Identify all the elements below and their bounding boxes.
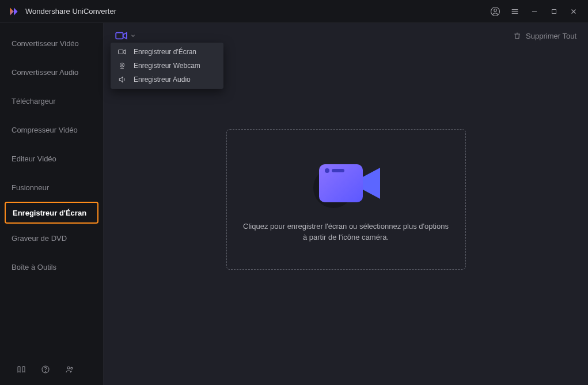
titlebar: Wondershare UniConverter	[0, 0, 588, 23]
record-dropzone[interactable]: Cliquez pour enregistrer l'écran ou séle…	[226, 129, 466, 270]
sidebar-item-label: Enregistreur d'Écran	[13, 209, 86, 217]
sidebar-item-toolbox[interactable]: Boîte à Outils	[0, 252, 103, 281]
dropzone-hint: Cliquez pour enregistrer l'écran ou séle…	[242, 221, 450, 243]
svg-point-15	[325, 168, 329, 173]
menu-icon[interactable]	[505, 2, 525, 21]
sidebar-nav: Convertisseur Vidéo Convertisseur Audio …	[0, 29, 103, 364]
sidebar-item-label: Convertisseur Vidéo	[12, 39, 79, 48]
app-logo	[8, 6, 20, 17]
sidebar-item-screen-recorder[interactable]: Enregistreur d'Écran	[5, 202, 98, 224]
dropdown-item-label: Enregistreur Audio	[134, 76, 191, 84]
sidebar-item-label: Boîte à Outils	[12, 263, 56, 271]
sidebar-item-label: Compresseur Vidéo	[12, 126, 78, 134]
sidebar-item-label: Editeur Vidéo	[12, 154, 56, 163]
clear-all-button[interactable]: Supprimer Tout	[513, 32, 576, 40]
sidebar-item-video-editor[interactable]: Editeur Vidéo	[0, 144, 103, 173]
sidebar: Convertisseur Vidéo Convertisseur Audio …	[0, 23, 104, 385]
sidebar-item-merger[interactable]: Fusionneur	[0, 173, 103, 202]
sidebar-item-label: Convertisseur Audio	[12, 68, 78, 77]
svg-rect-17	[119, 50, 123, 54]
svg-point-10	[45, 371, 46, 372]
svg-rect-13	[116, 33, 123, 39]
sidebar-footer	[0, 364, 103, 385]
svg-rect-6	[552, 9, 556, 13]
svg-point-11	[67, 367, 70, 369]
sidebar-item-label: Graveur de DVD	[12, 234, 67, 243]
dropdown-item-label: Enregistreur Webcam	[134, 62, 200, 70]
clear-all-label: Supprimer Tout	[526, 32, 576, 40]
minimize-button[interactable]	[525, 2, 544, 21]
audio-icon	[117, 76, 127, 84]
sidebar-item-video-converter[interactable]: Convertisseur Vidéo	[0, 29, 103, 58]
dropdown-item-label: Enregistreur d'Écran	[134, 48, 196, 56]
sidebar-item-audio-converter[interactable]: Convertisseur Audio	[0, 58, 103, 86]
webcam-icon	[117, 62, 127, 70]
maximize-button[interactable]	[544, 2, 564, 21]
trash-icon	[513, 32, 521, 40]
dropdown-item-screen-recorder[interactable]: Enregistreur d'Écran	[111, 45, 223, 59]
account-icon[interactable]	[485, 2, 505, 21]
sidebar-item-downloader[interactable]: Téléchargeur	[0, 86, 103, 115]
feedback-icon[interactable]	[65, 364, 75, 375]
svg-rect-16	[332, 169, 344, 172]
svg-point-1	[494, 9, 497, 12]
close-button[interactable]	[564, 2, 583, 21]
camera-icon	[117, 48, 127, 55]
recorder-type-dropdown: Enregistreur d'Écran Enregistreur Webcam…	[111, 43, 223, 89]
sidebar-item-label: Fusionneur	[12, 183, 49, 192]
recorder-type-button[interactable]	[112, 29, 139, 43]
svg-point-18	[120, 63, 124, 67]
dropdown-item-audio-recorder[interactable]: Enregistreur Audio	[111, 73, 223, 86]
help-icon[interactable]	[40, 364, 51, 375]
dropdown-item-webcam-recorder[interactable]: Enregistreur Webcam	[111, 59, 223, 73]
sidebar-item-label: Téléchargeur	[12, 97, 56, 105]
sidebar-item-dvd-burner[interactable]: Graveur de DVD	[0, 224, 103, 252]
sidebar-item-video-compressor[interactable]: Compresseur Vidéo	[0, 115, 103, 144]
svg-point-12	[71, 367, 73, 369]
chevron-down-icon	[130, 33, 136, 39]
camera-hero-icon	[309, 156, 384, 210]
app-title: Wondershare UniConverter	[25, 7, 116, 16]
guide-icon[interactable]	[16, 364, 26, 375]
svg-point-19	[122, 65, 123, 66]
